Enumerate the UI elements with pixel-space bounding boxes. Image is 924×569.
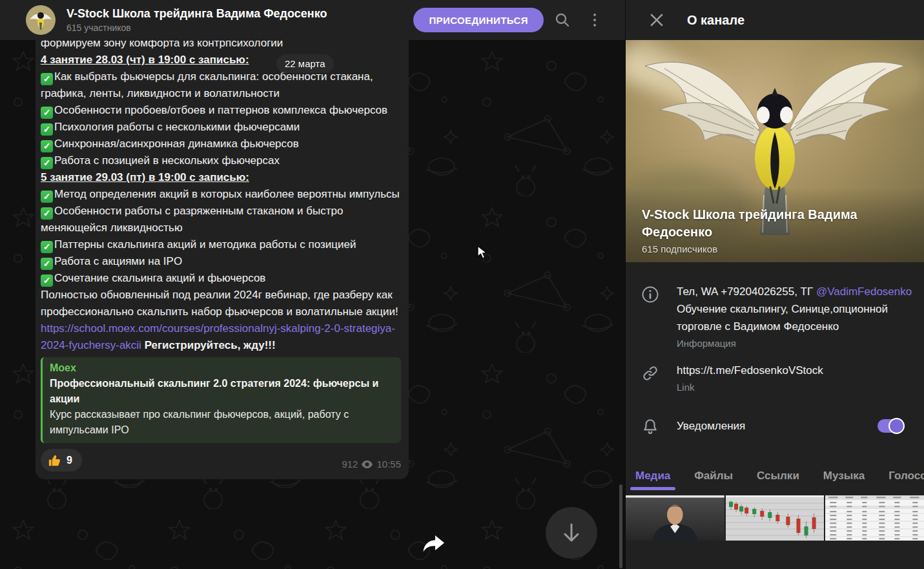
- message-list-item: ✓Паттерны скальпинга акций и методика ра…: [41, 236, 401, 253]
- message-list-item: ✓Работа с акциями на IPO: [41, 253, 401, 270]
- check-emoji: ✓: [41, 140, 53, 152]
- check-emoji: ✓: [41, 258, 53, 270]
- portrait-photo: [626, 495, 724, 541]
- chat-scrollbar[interactable]: [619, 484, 622, 568]
- header-titles: V-Stock Школа трейдинга Вадима Федосенко…: [67, 7, 327, 33]
- channel-link-url[interactable]: https://t.me/FedosenkoVStock: [677, 362, 912, 379]
- message-meta: 912 10:55: [342, 459, 401, 471]
- check-emoji: ✓: [41, 107, 53, 119]
- media-thumb-table[interactable]: [825, 495, 924, 541]
- notifications-toggle[interactable]: [878, 419, 903, 433]
- message-outro: Полностью обновленный под реалии 2024г в…: [41, 287, 401, 354]
- outro-text: Полностью обновленный под реалии 2024г в…: [41, 289, 398, 318]
- check-emoji: ✓: [41, 191, 53, 203]
- reaction-count: 9: [67, 455, 72, 466]
- check-emoji: ✓: [41, 274, 53, 287]
- table-photo: [825, 495, 924, 541]
- chat-header: V-Stock Школа трейдинга Вадима Федосенко…: [0, 0, 625, 40]
- message-list-item: ✓Работа с позицией в нескольких фьючерса…: [41, 152, 401, 169]
- channel-title: V-Stock Школа трейдинга Вадима Федосенко: [67, 7, 327, 21]
- tab-музыка[interactable]: Музыка: [823, 463, 865, 495]
- message-section-heading: 4 занятие 28.03 (чт) в 19:00 с записью:: [41, 52, 401, 68]
- message-text: работы, разбираем типичные ошибки психол…: [41, 40, 401, 354]
- message-list-item: ✓Психология работы с несколькими фьючерс…: [41, 119, 401, 136]
- info-icon: [642, 286, 659, 303]
- scroll-to-bottom-button[interactable]: [546, 507, 597, 559]
- shared-media-tabs: МедиаФайлыСсылкиМузыкаГолосовые: [626, 463, 924, 495]
- views-eye-icon: [362, 460, 373, 468]
- notifications-label: Уведомления: [677, 419, 878, 433]
- check-emoji: ✓: [41, 73, 53, 85]
- chart-photo: [726, 495, 825, 541]
- message-section-heading: 5 занятие 29.03 (пт) в 19:00 с записью:: [41, 169, 401, 186]
- info-main: Тел, WA +79204026255, ТГ @VadimFedosenko…: [677, 283, 912, 349]
- message-list-item: ✓Сочетание скальинга акций и фьючерсов: [41, 270, 401, 287]
- check-emoji: ✓: [41, 157, 53, 169]
- message-time: 10:55: [376, 459, 401, 470]
- link-main: https://t.me/FedosenkoVStock Link: [677, 362, 912, 393]
- tab-файлы[interactable]: Файлы: [694, 463, 733, 495]
- arrow-down-icon: [562, 522, 581, 543]
- toggle-knob: [888, 418, 905, 434]
- message-footer: 9 912 10:55: [41, 449, 401, 471]
- chat-area: работы, разбираем типичные ошибки психол…: [0, 40, 625, 569]
- tab-медиа[interactable]: Медиа: [635, 463, 670, 495]
- link-icon: [642, 365, 659, 382]
- preview-site-name: Moex: [50, 360, 394, 376]
- message-bubble: работы, разбираем типичные ошибки психол…: [36, 40, 409, 479]
- thumbs-up-icon: [48, 453, 62, 468]
- message-body: 4 занятие 28.03 (чт) в 19:00 с записью:✓…: [41, 52, 401, 287]
- channel-description: Тел, WA +79204026255, ТГ @VadimFedosenko…: [677, 283, 912, 335]
- preview-title: Профессиональный скальпинг 2.0 стратегия…: [50, 376, 394, 407]
- close-icon: [649, 12, 664, 28]
- panel-header: О канале: [626, 0, 924, 40]
- media-thumb-portrait[interactable]: [626, 495, 724, 541]
- check-emoji: ✓: [41, 123, 53, 136]
- photo-overlay: V-Stock Школа трейдинга Вадима Федосенко…: [642, 206, 915, 254]
- bell-icon-wrap: [642, 418, 659, 437]
- message-list-item: ✓Синхронная/асинхронная динамика фьючерс…: [41, 136, 401, 152]
- views-count: 912: [342, 459, 358, 470]
- info-rows: Тел, WA +79204026255, ТГ @VadimFedosenko…: [626, 262, 924, 444]
- check-emoji: ✓: [41, 207, 53, 220]
- notifications-main: Уведомления: [677, 419, 878, 433]
- link-preview-card[interactable]: Moex Профессиональный скальпинг 2.0 стра…: [41, 357, 401, 443]
- search-button[interactable]: [549, 6, 576, 34]
- notifications-row[interactable]: Уведомления: [626, 408, 924, 444]
- date-badge[interactable]: 22 марта: [276, 54, 334, 73]
- telegram-app: V-Stock Школа трейдинга Вадима Федосенко…: [0, 0, 924, 569]
- close-panel-button[interactable]: [644, 7, 670, 33]
- outro-call-to-action: Регистрируйтесь, жду!!!: [141, 339, 276, 351]
- link-row[interactable]: https://t.me/FedosenkoVStock Link: [626, 355, 924, 399]
- message-list-item: ✓Как выбрать фьючерсы для скальпинга: ос…: [41, 68, 401, 102]
- bell-icon: [642, 418, 659, 435]
- preview-description: Курс рассказывает про скальпинг фьючерсо…: [50, 407, 394, 438]
- description-text-after: Обучение скальпингу, Синице,опционной то…: [677, 303, 888, 333]
- share-button[interactable]: [418, 532, 446, 559]
- search-icon: [555, 12, 570, 28]
- bird-avatar-image: [26, 5, 56, 35]
- link-label: Link: [677, 382, 912, 393]
- info-label: Информация: [677, 338, 912, 349]
- panel-title: О канале: [687, 13, 744, 28]
- channel-photo[interactable]: V-Stock Школа трейдинга Вадима Федосенко…: [626, 40, 924, 262]
- join-button[interactable]: ПРИСОЕДИНИТЬСЯ: [413, 8, 544, 32]
- tab-ссылки[interactable]: Ссылки: [757, 463, 799, 495]
- info-icon-wrap: [642, 286, 659, 305]
- panel-channel-name: V-Stock Школа трейдинга Вадима Федосенко: [642, 206, 915, 241]
- mention-link[interactable]: @VadimFedosenko: [816, 285, 912, 298]
- channel-avatar[interactable]: [26, 5, 56, 35]
- link-icon-wrap: [642, 365, 659, 384]
- check-emoji: ✓: [41, 241, 53, 253]
- description-text: Тел, WA +79204026255, ТГ: [677, 285, 816, 298]
- tab-голосовые[interactable]: Голосовые: [888, 463, 924, 495]
- reaction-button[interactable]: 9: [41, 449, 82, 471]
- panel-subscribers: 615 подписчиков: [642, 243, 915, 254]
- media-grid: [626, 495, 924, 541]
- channel-members: 615 участников: [67, 23, 327, 33]
- menu-button[interactable]: [581, 6, 608, 34]
- kebab-icon: [593, 14, 596, 26]
- message-list-item: ✓Особенности работы с разряженным стакан…: [41, 203, 401, 236]
- media-thumb-chart[interactable]: [726, 495, 825, 541]
- info-row: Тел, WA +79204026255, ТГ @VadimFedosenko…: [626, 276, 924, 355]
